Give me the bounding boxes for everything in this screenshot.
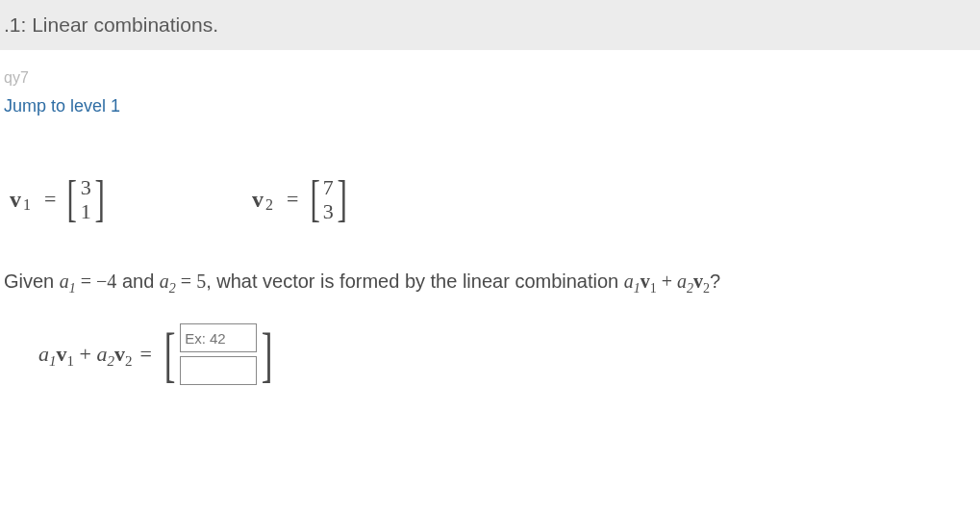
answer-entry-2-input[interactable] bbox=[180, 356, 257, 385]
v1-label: v bbox=[10, 187, 21, 213]
v1-subscript: 1 bbox=[23, 196, 31, 214]
v1-entry-1: 3 bbox=[81, 175, 91, 199]
section-title-text: .1: Linear combinations. bbox=[4, 13, 218, 36]
v2-label: v bbox=[252, 187, 264, 213]
code-tag: qy7 bbox=[0, 50, 980, 92]
vector-v2: v 2 = [ 7 3 ] bbox=[252, 174, 350, 224]
answer-lhs: a1v1 + a2v2 bbox=[38, 342, 132, 367]
equals-sign: = bbox=[44, 187, 56, 212]
section-title: .1: Linear combinations. bbox=[0, 0, 980, 50]
vector-v1: v 1 = [ 3 1 ] bbox=[10, 174, 108, 224]
jump-to-level-link[interactable]: Jump to level 1 bbox=[0, 92, 980, 116]
v1-entry-2: 1 bbox=[81, 199, 91, 223]
left-bracket-icon: [ bbox=[310, 174, 319, 224]
right-bracket-icon: ] bbox=[94, 174, 104, 224]
equals-sign: = bbox=[139, 342, 151, 367]
equals-sign: = bbox=[287, 187, 298, 212]
question-text: Given a1 = −4 and a2 = 5, what vector is… bbox=[0, 224, 980, 293]
answer-row: a1v1 + a2v2 = [ ] bbox=[0, 293, 980, 387]
left-bracket-icon: [ bbox=[67, 174, 77, 224]
v2-subscript: 2 bbox=[265, 196, 273, 214]
answer-entry-1-input[interactable] bbox=[180, 323, 257, 352]
v2-entry-1: 7 bbox=[323, 175, 334, 199]
v2-entry-2: 3 bbox=[323, 199, 334, 223]
right-bracket-icon: ] bbox=[337, 174, 346, 224]
right-bracket-icon: ] bbox=[262, 326, 273, 382]
vector-definitions: v 1 = [ 3 1 ] v 2 = [ 7 3 ] bbox=[0, 174, 980, 224]
left-bracket-icon: [ bbox=[164, 326, 176, 382]
